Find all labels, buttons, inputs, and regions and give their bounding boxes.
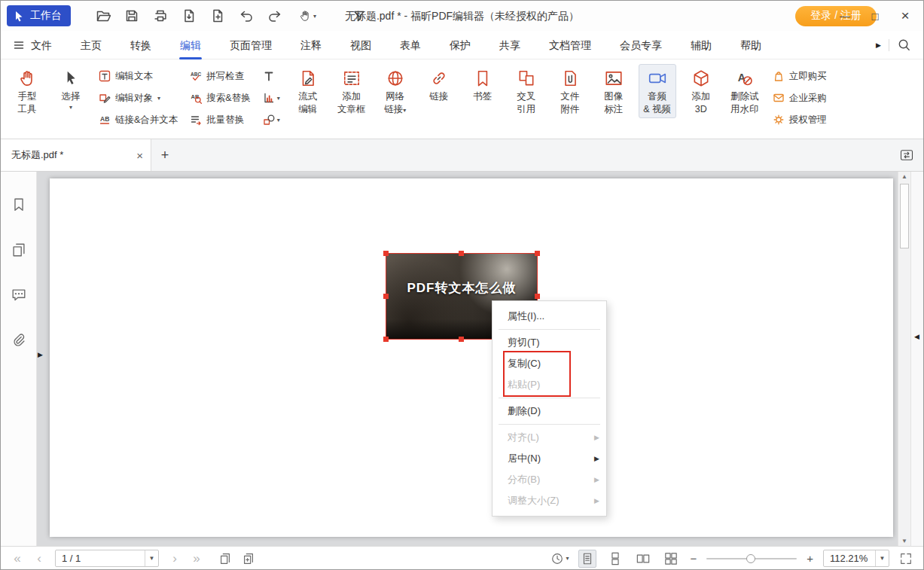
menu-tab-accessibility[interactable]: 辅助 — [691, 31, 712, 59]
add-text-button[interactable] — [260, 67, 283, 85]
cross-reference-button[interactable]: 交叉 引用 — [508, 64, 545, 118]
bookmarks-panel-button[interactable] — [8, 194, 30, 215]
first-page-button[interactable]: « — [11, 551, 23, 566]
menu-tab-convert[interactable]: 转换 — [130, 31, 151, 59]
add-shape-button[interactable]: ▾ — [260, 111, 283, 129]
context-menu-delete[interactable]: 删除(D) — [492, 401, 606, 422]
hand-tool-button[interactable]: 手型 工具 — [8, 64, 46, 118]
right-panel-collapse-icon[interactable]: ◀ — [914, 333, 919, 340]
context-menu-distribute[interactable]: 分布(B)▶ — [492, 469, 606, 490]
enterprise-purchase-button[interactable]: 企业采购 — [770, 89, 830, 107]
close-window-button[interactable]: × — [890, 1, 920, 31]
maximize-button[interactable]: □ — [860, 1, 890, 31]
bookmark-button[interactable]: 书签 — [464, 64, 502, 105]
scrollbar-thumb[interactable] — [900, 184, 909, 248]
continuous-view-button[interactable] — [606, 550, 624, 568]
add-tab-button[interactable]: + — [151, 139, 178, 171]
selection-handle[interactable] — [535, 251, 540, 256]
document-canvas[interactable]: PDF转文本怎么做 ▲ ▼ ◀ — [37, 172, 923, 546]
context-menu-align[interactable]: 对齐(L)▶ — [492, 427, 606, 448]
select-tool-button[interactable]: 选择 ▾ — [52, 64, 90, 114]
link-merge-text-button[interactable]: AB 链接&合并文本 — [96, 111, 181, 129]
attachments-panel-button[interactable] — [8, 330, 30, 351]
comments-panel-button[interactable] — [8, 285, 30, 306]
menu-overflow-icon[interactable]: ▶ — [876, 41, 881, 49]
scroll-up-icon[interactable]: ▲ — [898, 173, 910, 180]
export-page-button[interactable] — [176, 5, 202, 27]
pdf-page[interactable]: PDF转文本怎么做 — [50, 178, 893, 537]
next-page-button[interactable]: › — [169, 551, 181, 566]
tab-close-icon[interactable]: × — [136, 149, 143, 162]
open-file-button[interactable] — [90, 5, 116, 27]
menu-tab-home[interactable]: 主页 — [81, 31, 102, 59]
selection-handle[interactable] — [459, 251, 464, 256]
zoom-slider-thumb[interactable] — [746, 554, 755, 563]
context-menu-paste[interactable]: 粘贴(P) — [492, 374, 606, 395]
fullscreen-button[interactable] — [899, 552, 913, 565]
vertical-scrollbar[interactable]: ▲ ▼ — [898, 172, 910, 546]
buy-now-button[interactable]: 立即购买 — [770, 67, 830, 85]
tab-switcher-button[interactable] — [899, 139, 923, 171]
auto-scroll-button[interactable]: ▾ — [550, 552, 569, 565]
stream-edit-button[interactable]: 流式 编辑 — [289, 64, 327, 118]
remove-trial-watermark-button[interactable]: A 删除试 用水印 — [726, 64, 764, 118]
file-attachment-button[interactable]: 文件 附件 — [551, 64, 589, 118]
selection-handle[interactable] — [383, 251, 389, 256]
add-chart-button[interactable]: ▾ — [260, 89, 283, 107]
last-page-button[interactable]: » — [191, 551, 203, 566]
scroll-down-icon[interactable]: ▼ — [898, 538, 910, 544]
search-replace-button[interactable]: AB 搜索&替换 — [187, 89, 253, 107]
zoom-in-button[interactable]: + — [807, 552, 813, 565]
selection-handle[interactable] — [383, 294, 389, 299]
spell-check-button[interactable]: ABC 拼写检查 — [187, 67, 253, 85]
duplicate-page-button[interactable] — [218, 552, 232, 565]
sidebar-expand-icon[interactable]: ▶ — [38, 351, 43, 358]
selection-handle[interactable] — [383, 337, 389, 342]
redo-button[interactable] — [262, 5, 288, 27]
add-3d-button[interactable]: 添加 3D — [682, 64, 720, 118]
image-annotation-button[interactable]: 图像 标注 — [595, 64, 633, 118]
print-button[interactable] — [148, 5, 173, 27]
search-button[interactable] — [897, 38, 911, 52]
minimize-button[interactable]: — — [830, 1, 860, 31]
edit-text-button[interactable]: 编辑文本 — [96, 67, 181, 85]
previous-page-button[interactable]: ‹ — [33, 551, 45, 566]
web-link-button[interactable]: 网络 链接▾ — [377, 64, 414, 119]
hand-tool-quick-button[interactable]: ▾ — [291, 5, 324, 27]
caret-down-icon[interactable]: ▼ — [875, 550, 889, 566]
edit-object-button[interactable]: 编辑对象 ▾ — [96, 89, 181, 107]
pages-panel-button[interactable] — [8, 239, 30, 261]
zoom-level-select[interactable]: 112.21% ▼ — [823, 550, 889, 567]
facing-continuous-view-button[interactable] — [662, 550, 680, 568]
copy-page-button[interactable] — [242, 552, 255, 565]
undo-button[interactable] — [233, 5, 259, 27]
menu-tab-help[interactable]: 帮助 — [740, 31, 761, 59]
menu-tab-form[interactable]: 表单 — [400, 31, 421, 59]
save-button[interactable] — [119, 5, 145, 27]
context-menu-properties[interactable]: 属性(I)... — [492, 306, 606, 327]
menu-tab-protect[interactable]: 保护 — [450, 31, 471, 59]
menu-tab-share[interactable]: 共享 — [499, 31, 520, 59]
context-menu-copy[interactable]: 复制(C) — [492, 353, 606, 374]
document-tab-active[interactable]: 无标题.pdf * × — [1, 139, 151, 171]
menu-file[interactable]: 文件 — [13, 31, 52, 59]
menu-tab-comment[interactable]: 注释 — [300, 31, 322, 59]
license-manage-button[interactable]: 授权管理 — [770, 111, 830, 129]
workspace-button[interactable]: 工作台 — [7, 5, 71, 26]
zoom-slider[interactable] — [706, 553, 797, 565]
selection-handle[interactable] — [459, 337, 464, 342]
audio-video-button[interactable]: 音频 & 视频 — [639, 64, 676, 118]
add-article-box-button[interactable]: 添加 文章框 — [333, 64, 371, 118]
caret-down-icon[interactable]: ▼ — [145, 550, 158, 566]
batch-replace-button[interactable]: 批量替换 — [187, 111, 253, 129]
menu-tab-page-manage[interactable]: 页面管理 — [230, 31, 272, 59]
selection-handle[interactable] — [535, 294, 540, 299]
menu-tab-membership[interactable]: 会员专享 — [620, 31, 662, 59]
zoom-out-button[interactable]: − — [690, 552, 697, 565]
single-page-view-button[interactable] — [578, 550, 596, 568]
facing-view-button[interactable] — [634, 550, 652, 568]
context-menu-resize[interactable]: 调整大小(Z)▶ — [492, 490, 606, 511]
menu-tab-edit[interactable]: 编辑 — [180, 31, 201, 59]
link-button[interactable]: 链接 — [420, 64, 458, 105]
page-number-select[interactable]: 1 / 1 ▼ — [55, 550, 159, 567]
